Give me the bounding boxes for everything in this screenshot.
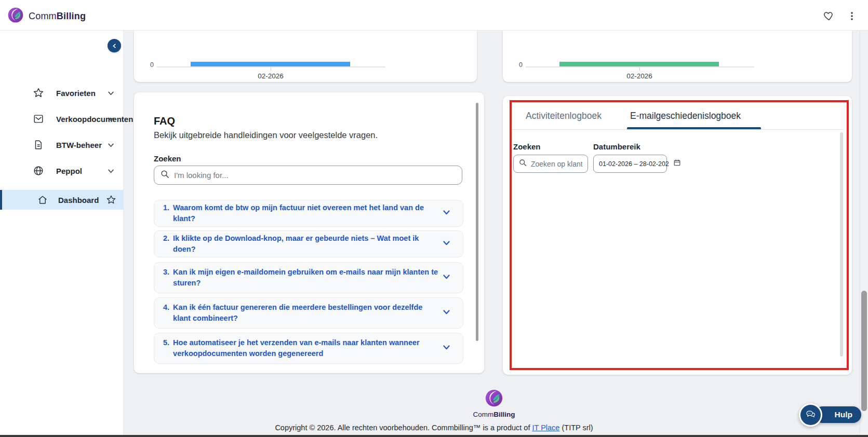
faq-subtitle: Bekijk uitgebreide handleidingen voor ve… [154, 130, 378, 140]
faq-item-question: Waarom komt de btw op mijn factuur niet … [173, 202, 440, 224]
faq-search-input[interactable] [174, 171, 456, 180]
home-icon [36, 194, 49, 206]
chart-card-right: 0 02-2026 [503, 31, 852, 82]
sidebar-item-label: Dashboard [58, 196, 99, 204]
chevron-down-icon [443, 308, 450, 318]
log-search-box [513, 155, 588, 173]
date-range-label: Datumbereik [593, 142, 640, 151]
x-axis-line [157, 66, 385, 67]
chat-bubbles-icon [805, 409, 817, 421]
x-axis-tick [639, 67, 640, 71]
faq-item-5[interactable]: 5.Hoe automatiseer je het verzenden van … [154, 333, 463, 364]
chevron-down-icon [443, 344, 450, 353]
help-chat-button[interactable] [799, 403, 822, 427]
chart-card-left: 0 02-2026 [134, 31, 477, 82]
date-range-picker[interactable]: 01-02-2026 – 28-02-202 [593, 155, 667, 173]
log-panel-card: Activiteitenlogboek E-mailgeschiedenislo… [503, 96, 852, 375]
it-place-link[interactable]: IT Place [532, 424, 560, 432]
star-icon [32, 87, 45, 99]
log-scrollbar-thumb[interactable] [840, 132, 843, 357]
faq-item-4[interactable]: 4.Kan ik één factuur genereren die meerd… [154, 297, 463, 329]
sidebar: Favorieten Verkoopdocumenten BTW-beheer [0, 31, 124, 435]
top-header: CommBilling [0, 0, 868, 31]
sidebar-item-label: Verkoopdocumenten [56, 115, 133, 124]
chevron-down-icon [107, 115, 114, 122]
faq-item-question: Ik klikte op de Download-knop, maar er g… [173, 233, 440, 255]
faq-item-2[interactable]: 2.Ik klikte op de Download-knop, maar er… [154, 230, 463, 257]
tab-activiteitenlogboek[interactable]: Activiteitenlogboek [526, 111, 602, 121]
faq-item-3[interactable]: 3.Kan ik mijn eigen e-maildomein gebruik… [154, 262, 463, 293]
sidebar-item-label: BTW-beheer [56, 141, 102, 149]
faq-item-number: 1. [163, 202, 169, 224]
faq-item-question: Hoe automatiseer je het verzenden van e-… [173, 337, 440, 359]
sidebar-item-btw-beheer[interactable]: BTW-beheer [0, 133, 124, 156]
faq-title: FAQ [154, 115, 175, 127]
calendar-icon [673, 159, 681, 169]
search-icon [519, 159, 527, 169]
bar-blue [191, 62, 350, 66]
faq-scrollbar-thumb[interactable] [476, 103, 478, 341]
faq-card: FAQ Bekijk uitgebreide handleidingen voo… [134, 92, 484, 373]
faq-item-question: Kan ik mijn eigen e-maildomein gebruiken… [173, 267, 440, 289]
chevron-down-icon [107, 141, 114, 148]
tab-emailgeschiedenislogboek[interactable]: E-mailgeschiedenislogboek [630, 111, 741, 121]
brand-logo[interactable]: CommBilling [7, 7, 86, 25]
faq-item-1[interactable]: 1.Waarom komt de btw op mijn factuur nie… [154, 200, 463, 227]
footer-brand-name: CommBilling [442, 411, 546, 418]
sidebar-collapse-button[interactable] [108, 39, 121, 52]
brand-name: CommBilling [29, 11, 86, 22]
x-axis-tick [271, 67, 271, 71]
sidebar-item-dashboard[interactable]: Dashboard [0, 190, 124, 210]
copyright-text: Copyright © 2026. Alle rechten voorbehou… [0, 424, 868, 432]
bar-green [559, 62, 719, 66]
chevron-down-icon [107, 167, 114, 174]
sidebar-item-favorieten[interactable]: Favorieten [0, 81, 124, 104]
faq-item-number: 4. [163, 302, 169, 324]
chevron-down-icon [443, 273, 450, 283]
faq-item-question: Kan ik één factuur genereren die meerder… [173, 302, 440, 324]
search-icon [161, 170, 169, 181]
sidebar-item-label: Peppol [56, 167, 82, 175]
faq-item-number: 3. [163, 267, 169, 289]
document-icon [32, 139, 45, 151]
favorite-heart-icon[interactable] [823, 10, 835, 22]
chevron-down-icon [443, 239, 450, 249]
log-search-label: Zoeken [513, 142, 541, 151]
faq-item-number: 5. [163, 337, 169, 359]
x-axis-category-label: 02-2026 [587, 72, 691, 80]
date-range-value: 01-02-2026 – 28-02-202 [599, 160, 669, 168]
faq-item-number: 2. [163, 233, 169, 255]
help-button-label: Hulp [835, 410, 852, 419]
window-bottom-edge [0, 435, 868, 437]
footer-commbilling-logo-icon [485, 389, 503, 407]
y-axis-tick-label: 0 [142, 61, 154, 69]
inbox-icon [32, 113, 45, 125]
x-axis-line [526, 66, 754, 67]
x-axis-category-label: 02-2026 [219, 72, 323, 80]
window-scrollbar-track[interactable] [860, 31, 868, 435]
copyright-prefix: Copyright © 2026. Alle rechten voorbehou… [275, 424, 532, 432]
log-search-input[interactable] [531, 160, 582, 168]
y-axis-tick-label: 0 [511, 61, 523, 69]
sidebar-item-label: Favorieten [56, 89, 96, 98]
app-window: CommBilling Favorieten [0, 0, 868, 437]
globe-icon [32, 165, 45, 177]
kebab-menu-icon[interactable] [846, 10, 858, 22]
faq-search-box [154, 166, 462, 185]
sidebar-item-verkoopdocumenten[interactable]: Verkoopdocumenten [0, 107, 124, 130]
favorite-star-icon[interactable] [105, 194, 117, 206]
chevron-down-icon [443, 209, 450, 218]
commbilling-logo-icon [7, 7, 24, 25]
copyright-suffix: (TITP srl) [559, 424, 593, 432]
faq-search-label: Zoeken [154, 154, 181, 163]
tab-strip-border [512, 129, 843, 130]
window-scrollbar-thumb[interactable] [861, 291, 867, 411]
chevron-down-icon [107, 89, 114, 97]
sidebar-item-peppol[interactable]: Peppol [0, 159, 124, 182]
